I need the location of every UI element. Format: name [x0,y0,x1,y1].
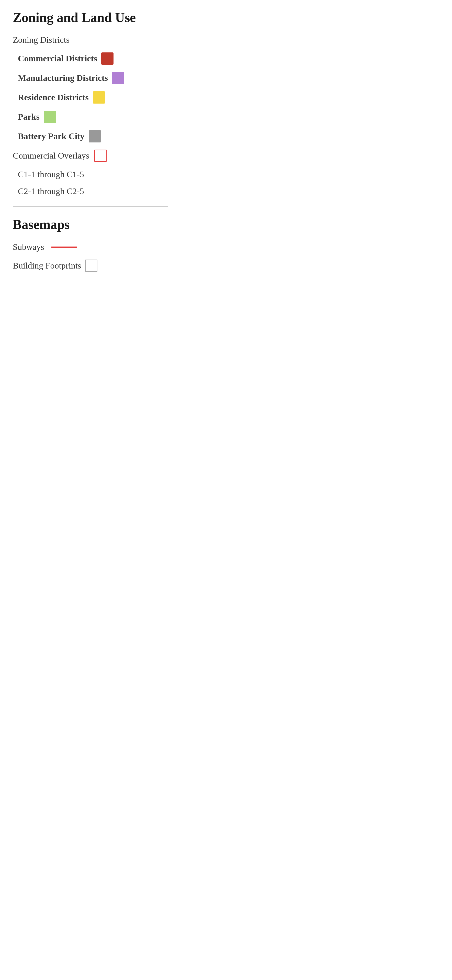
basemaps-section: Basemaps Subways Building Footprints [13,217,168,272]
building-footprints-item[interactable]: Building Footprints [13,259,168,272]
residence-districts-label: Residence Districts [18,92,89,102]
battery-park-city-item[interactable]: Battery Park City [18,130,168,142]
commercial-districts-swatch [101,52,114,65]
residence-districts-item[interactable]: Residence Districts [18,91,168,103]
commercial-overlays-header: Commercial Overlays [13,151,89,161]
manufacturing-districts-item[interactable]: Manufacturing Districts [18,72,168,84]
basemaps-title: Basemaps [13,217,168,232]
zoning-districts-section: Zoning Districts Commercial Districts Ma… [13,35,168,142]
manufacturing-districts-label: Manufacturing Districts [18,73,108,83]
building-footprints-checkbox[interactable] [85,259,97,272]
zoning-districts-header: Zoning Districts [13,35,168,45]
section-divider [13,206,168,207]
commercial-districts-label: Commercial Districts [18,54,97,64]
subways-label: Subways [13,242,44,252]
manufacturing-districts-swatch [112,72,124,84]
subways-item[interactable]: Subways [13,242,168,252]
c2-label: C2-1 through C2-5 [18,186,84,196]
commercial-overlays-checkbox[interactable] [94,150,106,162]
subway-line-indicator [51,247,77,248]
commercial-overlays-section: Commercial Overlays C1-1 through C1-5 C2… [13,150,168,196]
parks-label: Parks [18,112,40,122]
battery-park-city-swatch [89,130,101,142]
c1-label: C1-1 through C1-5 [18,170,84,179]
building-footprints-label: Building Footprints [13,261,81,270]
c2-item: C2-1 through C2-5 [18,186,168,196]
parks-swatch [44,111,56,123]
page-title: Zoning and Land Use [13,10,168,25]
battery-park-city-label: Battery Park City [18,132,85,141]
parks-item[interactable]: Parks [18,111,168,123]
commercial-overlays-row[interactable]: Commercial Overlays [13,150,168,162]
residence-districts-swatch [93,91,105,103]
c1-item: C1-1 through C1-5 [18,170,168,179]
commercial-districts-item[interactable]: Commercial Districts [18,52,168,65]
